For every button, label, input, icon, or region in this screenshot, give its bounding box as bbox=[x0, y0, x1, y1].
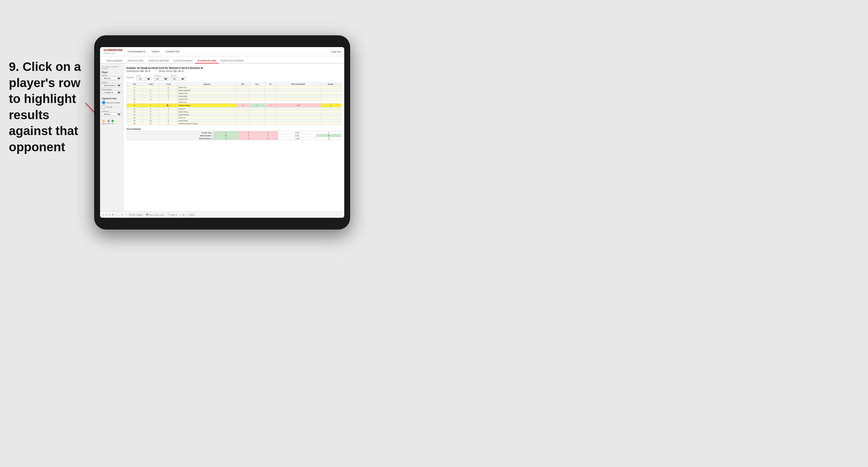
player-rank-select[interactable]: 8. Katelyn Vo bbox=[102, 91, 122, 94]
col-tie: Tie bbox=[265, 83, 276, 86]
sidebar-player-rank-label: Player (Rank) bbox=[102, 89, 122, 90]
sidebar-colour-by-label: Colour by bbox=[102, 111, 122, 112]
nav-teams[interactable]: TEAMS bbox=[152, 50, 160, 54]
conference-filter: Conference (All) bbox=[154, 74, 168, 81]
legend-dot-up bbox=[112, 120, 114, 122]
nav-committee[interactable]: COMMITTEE bbox=[165, 50, 180, 54]
share-button[interactable]: ↗ Share bbox=[186, 213, 195, 216]
table-row[interactable]: 914 Sharon Mun bbox=[127, 95, 341, 98]
share-icon: ↗ bbox=[187, 214, 189, 216]
gender-select[interactable]: Women's bbox=[102, 76, 122, 80]
tab-player-summary[interactable]: PLAYER SUMMARY bbox=[172, 60, 195, 64]
add-icon[interactable]: + bbox=[115, 214, 116, 216]
opponent-select[interactable]: (All) bbox=[170, 77, 185, 81]
eye-icon: 👁 bbox=[129, 214, 131, 216]
radio-opponents-played[interactable]: Opponents Played bbox=[102, 101, 122, 104]
save-icon: 💾 bbox=[146, 214, 148, 216]
redo-icon[interactable]: ↪ bbox=[105, 214, 107, 216]
col-reg: # Reg bbox=[142, 83, 159, 86]
undo-icon[interactable]: ↩ bbox=[102, 214, 104, 216]
legend-label-down: Down bbox=[102, 123, 105, 124]
colour-by-select[interactable]: Win/loss bbox=[102, 113, 122, 116]
tab-player-h2h-heatmap[interactable]: PLAYER H2H HEATMAP bbox=[218, 60, 246, 64]
table-row[interactable]: Foreign Team 1 0 0 4.500 2 bbox=[127, 131, 341, 134]
tab-team-h2h-grid[interactable]: TEAM H2H GRID bbox=[125, 60, 146, 64]
legend-label-level: Level bbox=[107, 123, 110, 124]
tab-team-summary[interactable]: TEAM SUMMARY bbox=[103, 60, 125, 64]
out-division-table: Foreign Team 1 0 0 4.500 2 NAIA Division… bbox=[126, 131, 341, 140]
sidebar-player-label: Player bbox=[102, 71, 122, 73]
sidebar-opponent-view-label: Opponent view bbox=[102, 97, 122, 99]
nav-bar: SCOREBOARD Powered by clippi TOURNAMENTS… bbox=[100, 47, 344, 57]
table-row[interactable]: NCAA Division 2 5 0 0 7.400 10 bbox=[127, 137, 341, 140]
col-div: # Div bbox=[127, 83, 143, 86]
forward-icon[interactable]: ↷ bbox=[109, 214, 110, 216]
row-arrow-icon bbox=[167, 104, 168, 106]
table-row[interactable]: 1474 Eunice Yi bbox=[127, 107, 341, 111]
opponent-view-radio-group: Opponents Played Top 100 bbox=[102, 101, 122, 109]
table-row[interactable]: 613 Sydney Kuo bbox=[127, 92, 341, 95]
table-row[interactable]: 12 Heeji Hyun bbox=[127, 101, 341, 103]
legend-dot-level bbox=[107, 120, 110, 122]
col-diff: Diff Av Strokes/Rnd bbox=[276, 83, 320, 86]
tablet-screen: SCOREBOARD Powered by clippi TOURNAMENTS… bbox=[100, 47, 344, 218]
col-win: Win bbox=[236, 83, 249, 86]
player-h2h-grid-table: # Div # Reg # Conf Opponent Win Loss Tie… bbox=[126, 83, 341, 125]
region-select[interactable]: (All) bbox=[136, 77, 151, 81]
legend-label-up: Up bbox=[112, 123, 114, 124]
grid-icon[interactable]: ⊞ bbox=[183, 214, 185, 216]
radio-top100[interactable]: Top 100 bbox=[102, 105, 122, 109]
table-row[interactable]: 1585 Stella Cheng bbox=[127, 111, 341, 113]
table-row[interactable]: 1822 Euna Lee bbox=[127, 116, 341, 119]
page-title: Katelyn Vo Head-to-Head Grid for Women's… bbox=[126, 66, 341, 69]
sub-nav: TEAM SUMMARY TEAM H2H GRID TEAM H2H HEAT… bbox=[100, 57, 344, 64]
col-conf: # Conf bbox=[159, 83, 178, 86]
view-original-button[interactable]: 👁 View: Original bbox=[128, 213, 144, 216]
nav-items: TOURNAMENTS TEAMS COMMITTEE bbox=[127, 50, 331, 54]
save-custom-view-button[interactable]: 💾 Save Custom View bbox=[145, 213, 165, 216]
out-of-division-label: Out of division bbox=[126, 128, 341, 130]
sign-out-button[interactable]: | Sign out bbox=[331, 50, 341, 53]
watch-icon: ⏱ bbox=[168, 214, 170, 216]
data-area: Katelyn Vo Head-to-Head Grid for Women's… bbox=[124, 64, 344, 211]
col-opponent: Opponent bbox=[178, 83, 236, 86]
instruction-text: 9. Click on a player's row to highlight … bbox=[9, 59, 85, 155]
main-content: Last Updated: 27/03/2024 16:55:28 Player… bbox=[100, 64, 344, 211]
dash-icon: — bbox=[118, 214, 120, 216]
col-loss: Loss bbox=[249, 83, 265, 86]
opponents-filter-label: Opponents: bbox=[126, 76, 134, 78]
table-row[interactable]: 31 Esther Lee bbox=[127, 86, 341, 89]
last-updated: Last Updated: 27/03/2024 16:55:28 bbox=[102, 66, 122, 69]
record-row: Overall Record: 353 - 34 - 6 Division Re… bbox=[126, 70, 341, 72]
resize-icon[interactable]: ⤢ bbox=[180, 214, 181, 216]
col-rounds: Rounds bbox=[320, 83, 341, 86]
division-select[interactable]: NCAA Division III bbox=[102, 84, 122, 87]
watch-button[interactable]: ⏱ Watch ▾ bbox=[167, 213, 178, 216]
opponent-filter: Opponent (All) bbox=[170, 74, 185, 81]
copy-icon[interactable]: ⧉ bbox=[112, 214, 113, 216]
region-filter: Region (All) bbox=[136, 74, 151, 81]
table-row[interactable]: 1691 Jessica Mason bbox=[127, 113, 341, 116]
tab-player-h2h-grid[interactable]: PLAYER H2H GRID bbox=[195, 60, 218, 64]
logo: SCOREBOARD Powered by clippi bbox=[103, 49, 123, 55]
sidebar-gender-label: Gender bbox=[102, 74, 122, 76]
table-row[interactable]: 1063 Andrea York bbox=[127, 98, 341, 101]
nav-tournaments[interactable]: TOURNAMENTS bbox=[127, 50, 146, 54]
sidebar: Last Updated: 27/03/2024 16:55:28 Player… bbox=[100, 64, 124, 211]
sidebar-division-label: Division bbox=[102, 82, 122, 83]
legend: Down Level Up bbox=[102, 120, 122, 124]
table-row[interactable]: 522 Alexis Sudjianto bbox=[127, 89, 341, 92]
conference-select[interactable]: (All) bbox=[154, 77, 168, 81]
table-row[interactable]: 20117 Federica Domecq Lacroze bbox=[127, 122, 341, 125]
legend-dot-down bbox=[102, 120, 105, 122]
tablet-frame: SCOREBOARD Powered by clippi TOURNAMENTS… bbox=[94, 35, 350, 229]
filter-row: Opponents: Region (All) Conference (All) bbox=[126, 74, 341, 81]
table-row-jessica-huang[interactable]: 131 1 Jessica Huang 0 1 0 -3.00 2 bbox=[127, 103, 341, 107]
toolbar-separator bbox=[125, 213, 126, 217]
table-row[interactable]: 19106 Emily Chang bbox=[127, 119, 341, 122]
refresh-icon[interactable]: ⟳ bbox=[122, 214, 123, 216]
table-row[interactable]: NAIA Division 1 15 0 0 9.267 30 bbox=[127, 134, 341, 137]
tab-team-h2h-heatmap[interactable]: TEAM H2H HEATMAP bbox=[146, 60, 172, 64]
toolbar: ↩ ↪ ↷ ⧉ + — ⟳ 👁 View: Original 💾 Save Cu… bbox=[100, 211, 344, 218]
